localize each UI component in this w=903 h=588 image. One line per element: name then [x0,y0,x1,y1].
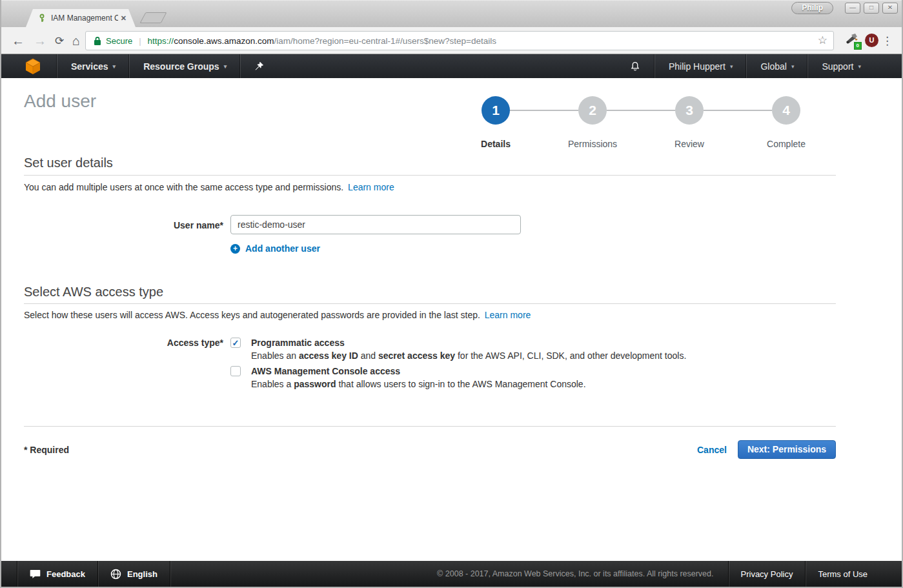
maximize-icon: □ [869,4,873,11]
learn-more-link[interactable]: Learn more [348,182,394,192]
pushpin-icon [254,61,264,71]
desc-bold: access key ID [299,350,358,361]
option-console-access: AWS Management Console access Enables a … [230,365,734,392]
aws-navbar: Services ▾ Resource Groups ▾ Philip Hupp… [1,54,902,78]
nav-notifications-button[interactable] [616,54,654,78]
maximize-button[interactable]: □ [864,3,879,14]
minimize-button[interactable]: — [845,3,860,14]
close-button[interactable]: ✕ [882,3,898,14]
url-text[interactable]: https://console.aws.amazon.com/iam/home?… [148,36,496,46]
option-label: Programmatic access [251,336,686,349]
step-complete: 4 Complete [738,96,835,149]
minimize-icon: — [849,4,856,11]
nav-services-label: Services [71,61,108,72]
step-label: Complete [738,139,835,149]
forward-icon: → [34,33,46,48]
reload-icon[interactable]: ⟳ [55,34,64,47]
console-access-checkbox[interactable] [230,366,241,376]
browser-window: Philip — □ ✕ IAM Management Co ✕ ← → ⟳ ⌂… [0,0,903,588]
language-button[interactable]: English [98,561,170,587]
key-favicon-icon [37,14,46,23]
extension-ublock-button[interactable]: U [865,34,878,47]
extension-wasp-button[interactable]: 0 [845,33,860,48]
aws-cube-icon [25,57,41,75]
browser-toolbar: ← → ⟳ ⌂ Secure | https://console.aws.ama… [1,27,902,54]
secure-lock-icon [94,36,101,46]
home-icon[interactable]: ⌂ [72,33,80,48]
desc-text: and [358,350,378,361]
nav-services[interactable]: Services ▾ [57,54,129,78]
desc-text: Enables an [251,350,299,361]
privacy-policy-link[interactable]: Privacy Policy [729,561,806,587]
close-icon: ✕ [888,4,893,11]
option-programmatic-access: ✓ Programmatic access Enables an access … [230,336,734,363]
option-description: Enables a password that allows users to … [251,378,586,390]
globe-icon [110,569,121,580]
speech-bubble-icon [30,569,41,579]
nav-region-menu[interactable]: Global ▾ [747,54,807,78]
bell-icon [629,61,641,72]
option-description: Enables an access key ID and secret acce… [251,349,686,362]
desc-bold: secret access key [378,350,455,361]
address-bar[interactable]: Secure | https://console.aws.amazon.com/… [85,31,834,50]
bookmark-star-icon[interactable]: ☆ [818,34,827,47]
section-heading-user-details: Set user details [24,156,113,170]
main-content: Add user 1 Details 2 Permissions 3 Revie… [1,78,902,562]
terms-of-use-link[interactable]: Terms of Use [806,561,880,587]
window-title: Philip [791,2,833,14]
browser-tab[interactable]: IAM Management Co ✕ [26,9,136,27]
divider [24,303,836,304]
tab-close-icon[interactable]: ✕ [121,14,127,23]
username-input[interactable] [230,215,521,234]
nav-user-menu[interactable]: Philip Huppert ▾ [655,54,746,78]
chevron-down-icon: ▾ [113,63,116,70]
url-domain: console.aws.amazon.com [174,36,274,46]
divider [24,175,836,176]
feedback-button[interactable]: Feedback [17,561,97,587]
nav-resource-groups-label: Resource Groups [143,61,219,72]
wizard-stepper: 1 Details 2 Permissions 3 Review 4 Compl… [447,96,835,149]
copyright-text: © 2008 - 2017, Amazon Web Services, Inc.… [423,569,727,578]
chevron-down-icon: ▾ [791,63,795,70]
step-review: 3 Review [641,96,738,149]
step-details: 1 Details [447,96,544,149]
option-label: AWS Management Console access [251,365,586,378]
programmatic-access-checkbox[interactable]: ✓ [230,338,241,348]
nav-support-label: Support [822,61,853,72]
feedback-label: Feedback [46,569,85,579]
access-type-intro: Select how these users will access AWS. … [24,310,531,320]
nav-pin-button[interactable] [241,54,278,78]
user-details-intro: You can add multiple users at once with … [24,182,394,192]
desc-text: Enables a [251,379,294,389]
step-circle: 3 [675,96,704,125]
aws-logo[interactable] [1,57,57,75]
new-tab-button[interactable] [139,12,167,23]
window-titlebar: Philip — □ ✕ IAM Management Co ✕ [1,0,902,27]
desc-text: for the AWS API, CLI, SDK, and other dev… [455,350,686,361]
browser-menu-icon[interactable]: ⋮ [882,34,893,47]
secure-label: Secure [106,36,132,46]
back-icon[interactable]: ← [12,33,25,48]
step-label: Review [641,139,738,149]
aws-footer: Feedback English © 2008 - 2017, Amazon W… [1,561,902,587]
access-type-label: Access type* [24,338,223,348]
nav-resource-groups[interactable]: Resource Groups ▾ [130,54,240,78]
step-circle: 2 [578,96,607,125]
intro-text: Select how these users will access AWS. … [24,310,480,320]
add-another-user-link[interactable]: + Add another user [230,243,320,254]
nav-user-label: Philip Huppert [669,61,725,72]
page-title: Add user [24,91,96,112]
required-note: * Required [24,445,69,455]
nav-support-menu[interactable]: Support ▾ [808,54,875,78]
username-label: User name* [24,220,223,230]
cancel-button[interactable]: Cancel [697,445,727,455]
add-another-user-label: Add another user [245,243,320,254]
step-circle: 1 [482,96,510,125]
chevron-down-icon: ▾ [730,63,733,70]
plus-icon: + [230,244,240,254]
learn-more-link[interactable]: Learn more [485,310,531,320]
checkmark-icon: ✓ [231,338,240,348]
chevron-down-icon: ▾ [224,63,227,70]
intro-text: You can add multiple users at once with … [24,182,343,192]
next-permissions-button[interactable]: Next: Permissions [738,440,836,459]
